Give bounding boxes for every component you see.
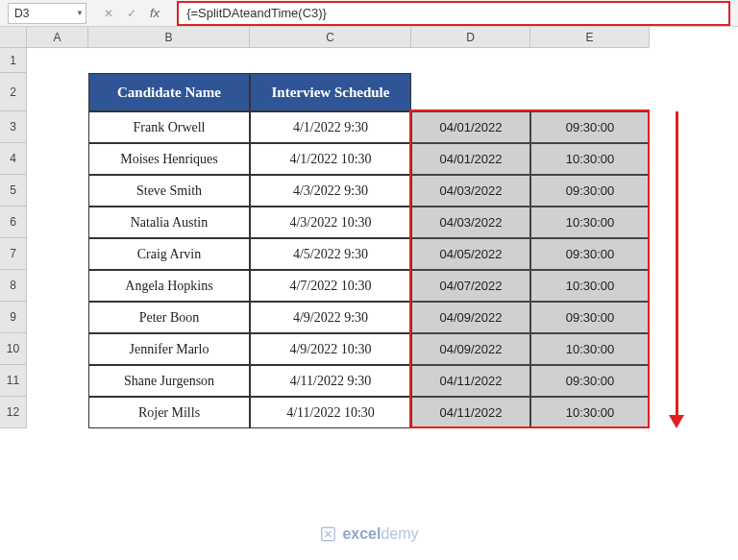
cell-schedule-3[interactable]: 4/3/2022 10:30 xyxy=(250,207,411,238)
formula-bar-controls: ✕ ✓ fx xyxy=(86,6,177,20)
cell-name-0[interactable]: Frank Orwell xyxy=(88,111,250,143)
cell-name-8[interactable]: Shane Jurgenson xyxy=(88,365,250,397)
cell-time-8[interactable]: 09:30:00 xyxy=(530,365,650,397)
cell-date-6[interactable]: 04/09/2022 xyxy=(411,302,530,333)
cell-schedule-4[interactable]: 4/5/2022 9:30 xyxy=(250,238,411,270)
cell-date-1[interactable]: 04/01/2022 xyxy=(411,143,530,175)
cell-time-1[interactable]: 10:30:00 xyxy=(530,143,650,175)
row-header-9[interactable]: 9 xyxy=(0,302,27,333)
cell-name-3[interactable]: Natalia Austin xyxy=(88,207,250,238)
row-header-1[interactable]: 1 xyxy=(0,48,27,73)
column-header-e[interactable]: E xyxy=(530,27,650,48)
cancel-icon[interactable]: ✕ xyxy=(104,7,113,20)
cell-schedule-6[interactable]: 4/9/2022 9:30 xyxy=(250,302,411,333)
cell-time-3[interactable]: 10:30:00 xyxy=(530,207,650,238)
cell-date-3[interactable]: 04/03/2022 xyxy=(411,207,530,238)
excel-icon xyxy=(319,525,336,543)
chevron-down-icon[interactable]: ▼ xyxy=(76,9,84,17)
cell-time-0[interactable]: 09:30:00 xyxy=(530,111,650,143)
cell-date-4[interactable]: 04/05/2022 xyxy=(411,238,530,270)
cell-time-7[interactable]: 10:30:00 xyxy=(530,333,650,365)
cell-schedule-7[interactable]: 4/9/2022 10:30 xyxy=(250,333,411,365)
row-header-12[interactable]: 12 xyxy=(0,397,27,428)
row-header-7[interactable]: 7 xyxy=(0,238,27,270)
cell-date-8[interactable]: 04/11/2022 xyxy=(411,365,530,397)
row-header-8[interactable]: 8 xyxy=(0,270,27,302)
select-all-corner[interactable] xyxy=(0,27,27,48)
cell-time-4[interactable]: 09:30:00 xyxy=(530,238,650,270)
cell-schedule-9[interactable]: 4/11/2022 10:30 xyxy=(250,397,411,428)
cell-schedule-2[interactable]: 4/3/2022 9:30 xyxy=(250,175,411,207)
cell-schedule-8[interactable]: 4/11/2022 9:30 xyxy=(250,365,411,397)
cell-name-6[interactable]: Peter Boon xyxy=(88,302,250,333)
cell-schedule-1[interactable]: 4/1/2022 10:30 xyxy=(250,143,411,175)
cell-time-6[interactable]: 09:30:00 xyxy=(530,302,650,333)
spreadsheet-grid: ABCDE 123456789101112 Candidate NameInte… xyxy=(0,27,738,560)
formula-bar: D3 ▼ ✕ ✓ fx {=SplitDAteandTime(C3)} xyxy=(0,0,738,27)
row-header-3[interactable]: 3 xyxy=(0,111,27,143)
fill-arrow-icon xyxy=(669,111,684,428)
column-headers: ABCDE xyxy=(0,27,650,48)
name-box-value: D3 xyxy=(14,7,29,20)
row-header-5[interactable]: 5 xyxy=(0,175,27,207)
cell-schedule-5[interactable]: 4/7/2022 10:30 xyxy=(250,270,411,302)
header-candidate-name[interactable]: Candidate Name xyxy=(88,73,250,111)
cell-name-5[interactable]: Angela Hopkins xyxy=(88,270,250,302)
cell-date-5[interactable]: 04/07/2022 xyxy=(411,270,530,302)
cell-time-2[interactable]: 09:30:00 xyxy=(530,175,650,207)
row-headers: 123456789101112 xyxy=(0,48,27,428)
cell-time-9[interactable]: 10:30:00 xyxy=(530,397,650,428)
row-header-2[interactable]: 2 xyxy=(0,73,27,111)
column-header-c[interactable]: C xyxy=(250,27,411,48)
cell-date-2[interactable]: 04/03/2022 xyxy=(411,175,530,207)
cell-name-7[interactable]: Jennifer Marlo xyxy=(88,333,250,365)
row-header-10[interactable]: 10 xyxy=(0,333,27,365)
cell-date-0[interactable]: 04/01/2022 xyxy=(411,111,530,143)
fx-icon[interactable]: fx xyxy=(150,6,160,20)
column-header-a[interactable]: A xyxy=(27,27,88,48)
watermark-text: exceldemy xyxy=(342,525,418,543)
row-header-4[interactable]: 4 xyxy=(0,143,27,175)
name-box[interactable]: D3 ▼ xyxy=(8,3,86,24)
column-header-b[interactable]: B xyxy=(88,27,250,48)
cell-name-1[interactable]: Moises Henriques xyxy=(88,143,250,175)
cell-time-5[interactable]: 10:30:00 xyxy=(530,270,650,302)
cell-date-7[interactable]: 04/09/2022 xyxy=(411,333,530,365)
cell-schedule-0[interactable]: 4/1/2022 9:30 xyxy=(250,111,411,143)
cell-name-9[interactable]: Rojer Mills xyxy=(88,397,250,428)
cell-name-4[interactable]: Craig Arvin xyxy=(88,238,250,270)
column-header-d[interactable]: D xyxy=(411,27,530,48)
cell-name-2[interactable]: Steve Smith xyxy=(88,175,250,207)
header-interview-schedule[interactable]: Interview Schedule xyxy=(250,73,411,111)
formula-text: {=SplitDAteandTime(C3)} xyxy=(186,6,327,20)
watermark: exceldemy xyxy=(319,525,418,543)
formula-input[interactable]: {=SplitDAteandTime(C3)} xyxy=(177,1,730,26)
confirm-icon[interactable]: ✓ xyxy=(127,7,136,20)
row-header-11[interactable]: 11 xyxy=(0,365,27,397)
row-header-6[interactable]: 6 xyxy=(0,207,27,238)
cell-date-9[interactable]: 04/11/2022 xyxy=(411,397,530,428)
